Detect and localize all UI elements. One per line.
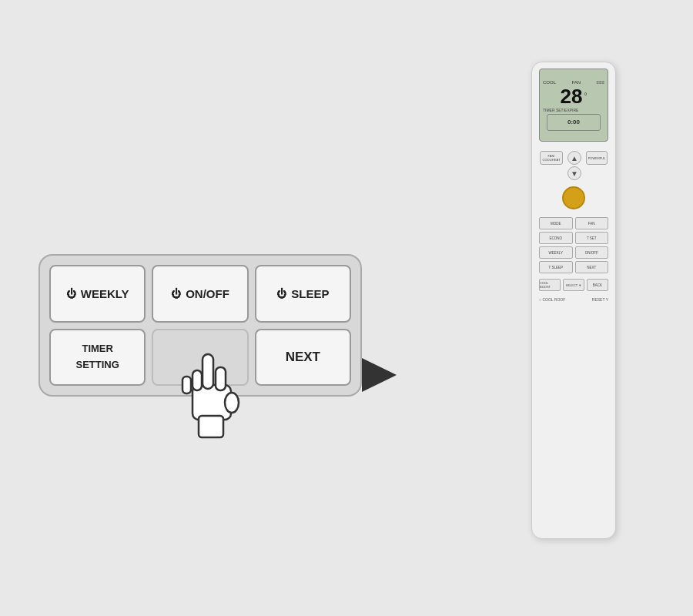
hand-cursor-illustration bbox=[177, 343, 246, 443]
svg-rect-1 bbox=[203, 354, 213, 389]
sleep-button[interactable]: ⏻ SLEEP bbox=[255, 265, 351, 323]
next-remote-button[interactable]: NEXT bbox=[575, 261, 609, 273]
on-off-remote-button[interactable]: ON/OFF bbox=[575, 246, 609, 259]
select-button[interactable]: SELECT ▼ bbox=[563, 279, 584, 291]
power-icon-sleep: ⏻ bbox=[276, 288, 286, 300]
reset-label: RESET Y bbox=[592, 297, 608, 302]
temp-up-button[interactable]: ▲ bbox=[567, 151, 581, 165]
temp-controls: ▲ ▼ bbox=[567, 151, 581, 180]
remote-button-grid-1: MODE FAN ECONO T SET WEEKLY ON/OFF T SLE… bbox=[539, 217, 608, 273]
sub-display-time: 0:00 bbox=[567, 119, 580, 126]
timer-label: TIMER SET/EXPIRE bbox=[543, 108, 604, 112]
power-icon-weekly: ⏻ bbox=[66, 288, 76, 300]
remote-on-button[interactable] bbox=[562, 186, 585, 209]
temp-down-button[interactable]: ▼ bbox=[567, 166, 581, 180]
fan-label: FAN bbox=[571, 80, 581, 85]
temperature-display: 28 bbox=[561, 86, 583, 106]
t-sleep-button[interactable]: T SLEEP bbox=[539, 261, 573, 273]
remote-top-buttons: FAN/ COOL/HEAT ▲ ▼ POWERFUL bbox=[539, 151, 608, 180]
temperature-row: 28 ° bbox=[561, 86, 588, 106]
econo-button[interactable]: ECONO bbox=[539, 232, 573, 244]
extra-label: ≡≡≡ bbox=[596, 80, 604, 85]
weekly-button[interactable]: ⏻ WEEKLY bbox=[49, 265, 146, 323]
timer-setting-button[interactable]: TIMER SETTING bbox=[49, 329, 146, 387]
t-set-button[interactable]: T SET bbox=[575, 232, 609, 244]
remote-button-grid-2: COOL BOOST SELECT ▼ BACK bbox=[539, 279, 608, 291]
next-button[interactable]: NEXT bbox=[255, 329, 351, 387]
pointer-arrow bbox=[362, 358, 397, 392]
power-icon-onoff: ⏻ bbox=[171, 288, 181, 300]
fan-button[interactable]: FAN bbox=[575, 217, 609, 229]
mode-label: COOL bbox=[543, 80, 556, 85]
fan-cool-heat-button[interactable]: FAN/ COOL/HEAT bbox=[540, 151, 563, 165]
svg-rect-4 bbox=[182, 377, 191, 393]
weekly-remote-button[interactable]: WEEKLY bbox=[539, 246, 573, 259]
remote-display: COOL FAN ≡≡≡ 28 ° TIMER SET/EXPIRE 0:00 bbox=[539, 69, 608, 142]
powerful-button[interactable]: POWERFUL bbox=[586, 151, 608, 165]
back-button[interactable]: BACK bbox=[587, 279, 608, 291]
ac-remote-control: COOL FAN ≡≡≡ 28 ° TIMER SET/EXPIRE 0:00 … bbox=[531, 62, 616, 539]
cool-boost-button[interactable]: COOL BOOST bbox=[539, 279, 561, 291]
svg-point-5 bbox=[225, 393, 239, 413]
remote-footer: ○ COOL ROOF RESET Y bbox=[539, 297, 608, 302]
temperature-unit: ° bbox=[584, 92, 587, 100]
sub-display: 0:00 bbox=[547, 114, 601, 131]
on-off-button[interactable]: ⏻ ON/OFF bbox=[152, 265, 248, 323]
svg-rect-6 bbox=[199, 416, 223, 437]
svg-rect-2 bbox=[216, 367, 226, 390]
mode-button[interactable]: MODE bbox=[539, 217, 573, 229]
remote-display-top: COOL FAN ≡≡≡ bbox=[543, 80, 604, 85]
cool-roof-label: ○ COOL ROOF bbox=[539, 297, 565, 302]
svg-rect-3 bbox=[192, 370, 202, 390]
scene: ⏻ WEEKLY ⏻ ON/OFF ⏻ SLEEP TIMER SETTING … bbox=[0, 0, 693, 616]
